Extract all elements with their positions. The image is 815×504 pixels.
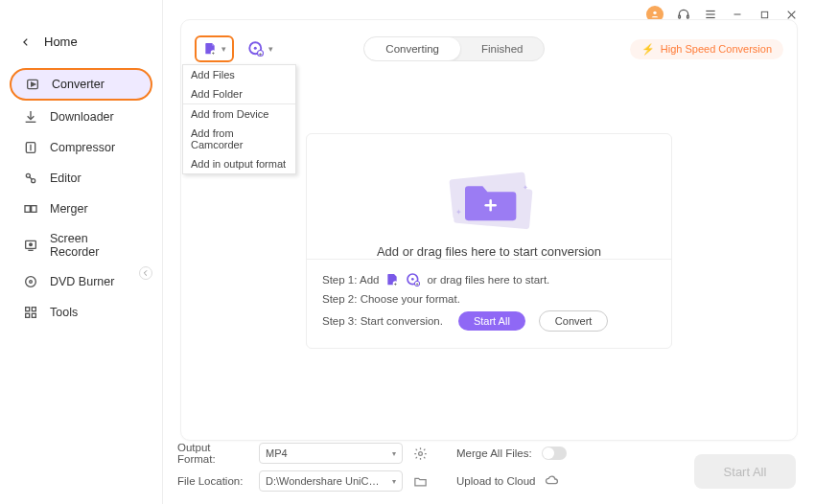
downloader-icon bbox=[23, 109, 38, 125]
sidebar-item-label: Editor bbox=[50, 172, 82, 185]
svg-text:+: + bbox=[416, 281, 419, 286]
sidebar-item-downloader[interactable]: Downloader bbox=[10, 103, 152, 131]
dvd-burner-icon bbox=[23, 274, 38, 289]
step-2: Step 2: Choose your format. bbox=[322, 290, 656, 308]
sidebar-item-label: Merger bbox=[50, 202, 88, 216]
sidebar-item-tools[interactable]: Tools bbox=[10, 298, 152, 327]
chevron-down-icon: ▾ bbox=[392, 449, 396, 458]
add-files-dropdown: Add Files Add Folder Add from Device Add… bbox=[182, 64, 296, 174]
svg-rect-25 bbox=[26, 308, 30, 311]
speed-banner-label: High Speed Conversion bbox=[661, 43, 772, 55]
merge-toggle[interactable] bbox=[542, 447, 567, 460]
svg-point-44 bbox=[411, 278, 414, 281]
convert-button[interactable]: Convert bbox=[539, 310, 609, 332]
cloud-icon[interactable] bbox=[545, 473, 560, 489]
dropzone-illustration: ✦ ✦ Add or drag files here to start conv… bbox=[307, 134, 671, 259]
tab-finished[interactable]: Finished bbox=[460, 37, 544, 60]
dropzone[interactable]: ✦ ✦ Add or drag files here to start conv… bbox=[306, 133, 672, 349]
editor-icon bbox=[23, 171, 38, 186]
sidebar-item-editor[interactable]: Editor bbox=[10, 164, 152, 193]
folder-plus-icon: ✦ ✦ bbox=[441, 164, 537, 231]
dropzone-headline: Add or drag files here to start conversi… bbox=[377, 244, 601, 259]
gear-icon[interactable] bbox=[412, 446, 428, 461]
bolt-icon: ⚡ bbox=[641, 43, 655, 56]
merge-label: Merge All Files: bbox=[456, 447, 532, 459]
compressor-icon bbox=[23, 140, 38, 155]
sidebar-item-label: Screen Recorder bbox=[50, 232, 139, 259]
add-file-icon: + bbox=[202, 40, 218, 57]
svg-rect-17 bbox=[25, 206, 30, 213]
tab-converting[interactable]: Converting bbox=[364, 37, 460, 60]
chevron-left-icon bbox=[21, 37, 31, 47]
sidebar-item-label: Compressor bbox=[50, 141, 115, 154]
step-3: Step 3: Start conversion. Start All Conv… bbox=[322, 308, 656, 334]
file-location-select[interactable]: D:\Wondershare UniConverter 1 ▾ bbox=[259, 470, 403, 492]
disc-icon: + bbox=[247, 40, 265, 57]
toolbar: + ▾ + ▾ Converting Finished ⚡ High Speed… bbox=[181, 20, 797, 62]
svg-line-16 bbox=[30, 177, 33, 180]
file-location-label: File Location: bbox=[177, 475, 249, 487]
output-format-select[interactable]: MP4 ▾ bbox=[259, 443, 403, 464]
chevron-down-icon: ▾ bbox=[221, 44, 226, 54]
sidebar-item-converter[interactable]: Converter bbox=[10, 68, 152, 101]
sidebar-item-label: DVD Burner bbox=[50, 275, 114, 288]
dropdown-item-add-from-camcorder[interactable]: Add from Camcorder bbox=[183, 124, 295, 154]
folder-icon[interactable] bbox=[412, 473, 428, 489]
output-format-label: Output Format: bbox=[177, 442, 249, 465]
add-file-icon[interactable]: + bbox=[384, 272, 400, 287]
svg-rect-27 bbox=[26, 313, 30, 317]
merger-icon bbox=[23, 201, 38, 217]
svg-text:✦: ✦ bbox=[455, 207, 462, 217]
tools-icon bbox=[23, 305, 38, 320]
screen-recorder-icon bbox=[23, 238, 38, 253]
svg-point-21 bbox=[30, 243, 33, 246]
back-label: Home bbox=[44, 34, 78, 49]
add-files-button[interactable]: + ▾ bbox=[195, 35, 234, 62]
svg-point-47 bbox=[418, 451, 422, 455]
svg-text:+: + bbox=[394, 281, 397, 286]
svg-point-23 bbox=[26, 277, 36, 287]
svg-point-32 bbox=[254, 47, 257, 50]
sidebar-item-screen-recorder[interactable]: Screen Recorder bbox=[10, 225, 152, 265]
chevron-down-icon: ▾ bbox=[268, 44, 273, 54]
dropdown-item-add-from-device[interactable]: Add from Device bbox=[183, 104, 295, 124]
converter-icon bbox=[25, 77, 40, 92]
sidebar-item-label: Downloader bbox=[50, 110, 114, 124]
start-all-footer-button[interactable]: Start All bbox=[694, 454, 796, 489]
step-1: Step 1: Add + + or drag files here to st… bbox=[322, 269, 656, 290]
svg-text:+: + bbox=[259, 51, 263, 57]
steps-panel: Step 1: Add + + or drag files here to st… bbox=[307, 259, 671, 334]
chevron-down-icon: ▾ bbox=[392, 477, 396, 486]
sidebar-item-label: Converter bbox=[52, 78, 105, 91]
svg-point-24 bbox=[30, 281, 33, 284]
sidebar-collapse-handle[interactable] bbox=[139, 266, 152, 280]
dropdown-item-add-files[interactable]: Add Files bbox=[183, 65, 295, 84]
svg-text:+: + bbox=[212, 50, 215, 56]
high-speed-banner[interactable]: ⚡ High Speed Conversion bbox=[630, 39, 783, 59]
center-tabs: Converting Finished bbox=[363, 36, 545, 61]
sidebar-item-label: Tools bbox=[50, 306, 78, 319]
disc-icon[interactable]: + bbox=[406, 272, 421, 287]
sidebar-item-merger[interactable]: Merger bbox=[10, 195, 152, 223]
svg-text:✦: ✦ bbox=[523, 183, 528, 190]
sidebar-item-dvd-burner[interactable]: DVD Burner bbox=[10, 267, 152, 296]
chevron-left-icon bbox=[142, 269, 150, 277]
svg-marker-11 bbox=[32, 82, 35, 86]
start-all-button[interactable]: Start All bbox=[458, 311, 525, 331]
add-dvd-button[interactable]: + ▾ bbox=[242, 37, 279, 60]
svg-rect-28 bbox=[32, 313, 35, 317]
svg-rect-26 bbox=[32, 308, 35, 311]
svg-rect-18 bbox=[32, 206, 36, 213]
sidebar: Home Converter Downloader Compressor Edi… bbox=[0, 0, 163, 504]
upload-label: Upload to Cloud bbox=[456, 475, 535, 487]
dropdown-item-add-in-output-format[interactable]: Add in output format bbox=[183, 154, 295, 173]
sidebar-item-compressor[interactable]: Compressor bbox=[10, 133, 152, 162]
dropdown-item-add-folder[interactable]: Add Folder bbox=[183, 84, 295, 103]
back-button[interactable]: Home bbox=[0, 0, 162, 66]
